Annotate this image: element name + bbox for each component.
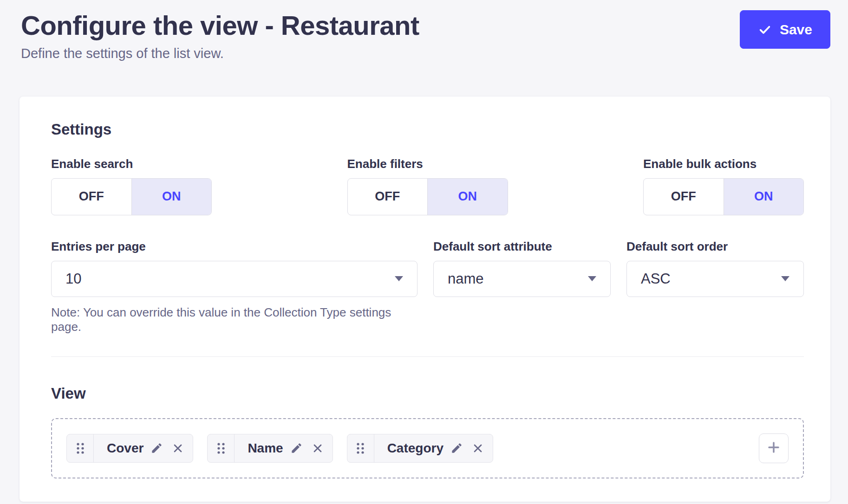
field-dropzone: Cover Name (51, 418, 804, 478)
save-button[interactable]: Save (740, 10, 830, 49)
check-icon (758, 23, 772, 37)
toggle-group-enable-search: Enable search OFF ON (51, 157, 212, 215)
toggles-row: Enable search OFF ON Enable filters OFF … (51, 157, 804, 215)
entries-per-page-select[interactable]: 10 (51, 261, 417, 297)
pencil-icon[interactable] (286, 434, 307, 462)
entries-per-page-hint: Note: You can override this value in the… (51, 305, 417, 334)
field-chip-label: Category (374, 434, 446, 462)
field-chip-label: Cover (94, 434, 146, 462)
default-sort-order-select[interactable]: ASC (626, 261, 804, 297)
x-icon[interactable] (167, 434, 193, 462)
save-button-label: Save (780, 22, 812, 38)
select-label: Default sort order (626, 239, 804, 254)
settings-card: Settings Enable search OFF ON Enable fil… (20, 97, 830, 502)
chevron-down-icon (781, 276, 789, 281)
default-sort-attribute-field: Default sort attribute name (433, 239, 611, 297)
page-header: Configure the view - Restaurant Define t… (0, 0, 848, 61)
default-sort-order-field: Default sort order ASC (626, 239, 804, 297)
x-icon[interactable] (307, 434, 333, 462)
settings-heading: Settings (51, 121, 804, 138)
select-value: name (448, 271, 484, 287)
default-sort-attribute-select[interactable]: name (433, 261, 611, 297)
toggle-on-option[interactable]: ON (131, 179, 212, 215)
x-icon[interactable] (467, 434, 493, 462)
field-chip-cover[interactable]: Cover (66, 434, 193, 463)
view-heading: View (51, 385, 804, 402)
toggle-off-option[interactable]: OFF (52, 179, 131, 215)
toggle-off-option[interactable]: OFF (644, 179, 724, 215)
field-chip-list: Cover Name (66, 434, 759, 463)
page-title: Configure the view - Restaurant (21, 10, 419, 41)
entries-per-page-field: Entries per page 10 Note: You can overri… (51, 239, 417, 334)
section-divider (51, 356, 804, 357)
chevron-down-icon (588, 276, 596, 281)
select-value: 10 (65, 271, 81, 287)
toggle-label: Enable bulk actions (643, 157, 804, 171)
pencil-icon[interactable] (446, 434, 467, 462)
toggle-group-enable-filters: Enable filters OFF ON (347, 157, 508, 215)
toggle-on-option[interactable]: ON (427, 179, 508, 215)
drag-handle-icon[interactable] (208, 434, 235, 462)
enable-filters-toggle[interactable]: OFF ON (347, 178, 508, 215)
page-subtitle: Define the settings of the list view. (21, 46, 419, 61)
select-label: Default sort attribute (433, 239, 611, 254)
header-text: Configure the view - Restaurant Define t… (21, 10, 419, 61)
chevron-down-icon (395, 276, 403, 281)
drag-handle-icon[interactable] (347, 434, 374, 462)
field-chip-category[interactable]: Category (347, 434, 493, 463)
drag-handle-icon[interactable] (67, 434, 94, 462)
field-chip-name[interactable]: Name (207, 434, 333, 463)
enable-search-toggle[interactable]: OFF ON (51, 178, 212, 215)
pencil-icon[interactable] (146, 434, 167, 462)
toggle-label: Enable filters (347, 157, 508, 171)
select-label: Entries per page (51, 239, 417, 254)
toggle-on-option[interactable]: ON (724, 179, 804, 215)
toggle-off-option[interactable]: OFF (348, 179, 428, 215)
selects-row: Entries per page 10 Note: You can overri… (51, 239, 804, 334)
plus-icon (766, 440, 781, 456)
add-field-button[interactable] (759, 433, 789, 463)
toggle-label: Enable search (51, 157, 212, 171)
enable-bulk-actions-toggle[interactable]: OFF ON (643, 178, 804, 215)
select-value: ASC (641, 271, 671, 287)
field-chip-label: Name (235, 434, 286, 462)
toggle-group-enable-bulk-actions: Enable bulk actions OFF ON (643, 157, 804, 215)
